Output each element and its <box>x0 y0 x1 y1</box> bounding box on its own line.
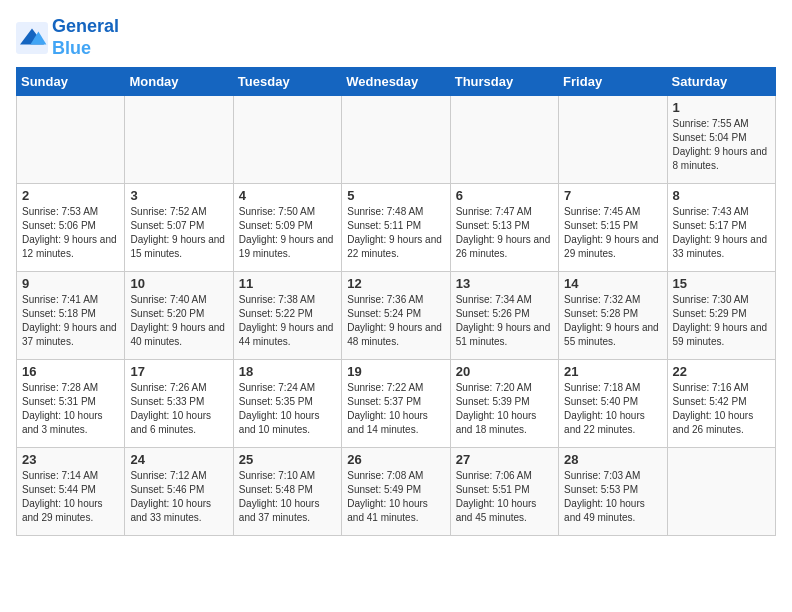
day-info: Sunrise: 7:34 AM Sunset: 5:26 PM Dayligh… <box>456 293 553 349</box>
calendar-header-row: SundayMondayTuesdayWednesdayThursdayFrid… <box>17 68 776 96</box>
day-number: 5 <box>347 188 444 203</box>
day-number: 12 <box>347 276 444 291</box>
day-number: 13 <box>456 276 553 291</box>
calendar-cell: 12Sunrise: 7:36 AM Sunset: 5:24 PM Dayli… <box>342 272 450 360</box>
day-info: Sunrise: 7:48 AM Sunset: 5:11 PM Dayligh… <box>347 205 444 261</box>
day-header-thursday: Thursday <box>450 68 558 96</box>
day-number: 20 <box>456 364 553 379</box>
calendar-cell: 10Sunrise: 7:40 AM Sunset: 5:20 PM Dayli… <box>125 272 233 360</box>
day-header-wednesday: Wednesday <box>342 68 450 96</box>
day-number: 3 <box>130 188 227 203</box>
day-number: 1 <box>673 100 770 115</box>
calendar-cell: 1Sunrise: 7:55 AM Sunset: 5:04 PM Daylig… <box>667 96 775 184</box>
logo-icon <box>16 22 48 54</box>
day-number: 23 <box>22 452 119 467</box>
day-number: 21 <box>564 364 661 379</box>
day-info: Sunrise: 7:38 AM Sunset: 5:22 PM Dayligh… <box>239 293 336 349</box>
day-info: Sunrise: 7:36 AM Sunset: 5:24 PM Dayligh… <box>347 293 444 349</box>
day-number: 22 <box>673 364 770 379</box>
calendar-cell: 16Sunrise: 7:28 AM Sunset: 5:31 PM Dayli… <box>17 360 125 448</box>
calendar-cell: 18Sunrise: 7:24 AM Sunset: 5:35 PM Dayli… <box>233 360 341 448</box>
day-info: Sunrise: 7:20 AM Sunset: 5:39 PM Dayligh… <box>456 381 553 437</box>
week-row-5: 23Sunrise: 7:14 AM Sunset: 5:44 PM Dayli… <box>17 448 776 536</box>
calendar-cell: 26Sunrise: 7:08 AM Sunset: 5:49 PM Dayli… <box>342 448 450 536</box>
day-number: 26 <box>347 452 444 467</box>
day-number: 15 <box>673 276 770 291</box>
calendar-cell <box>125 96 233 184</box>
day-info: Sunrise: 7:12 AM Sunset: 5:46 PM Dayligh… <box>130 469 227 525</box>
week-row-1: 1Sunrise: 7:55 AM Sunset: 5:04 PM Daylig… <box>17 96 776 184</box>
logo-text: GeneralBlue <box>52 16 119 59</box>
calendar-cell <box>233 96 341 184</box>
calendar-cell: 21Sunrise: 7:18 AM Sunset: 5:40 PM Dayli… <box>559 360 667 448</box>
day-number: 17 <box>130 364 227 379</box>
logo: GeneralBlue <box>16 16 119 59</box>
day-info: Sunrise: 7:43 AM Sunset: 5:17 PM Dayligh… <box>673 205 770 261</box>
day-number: 11 <box>239 276 336 291</box>
week-row-3: 9Sunrise: 7:41 AM Sunset: 5:18 PM Daylig… <box>17 272 776 360</box>
calendar-cell: 11Sunrise: 7:38 AM Sunset: 5:22 PM Dayli… <box>233 272 341 360</box>
day-number: 8 <box>673 188 770 203</box>
day-info: Sunrise: 7:52 AM Sunset: 5:07 PM Dayligh… <box>130 205 227 261</box>
day-info: Sunrise: 7:03 AM Sunset: 5:53 PM Dayligh… <box>564 469 661 525</box>
day-info: Sunrise: 7:45 AM Sunset: 5:15 PM Dayligh… <box>564 205 661 261</box>
calendar-cell: 17Sunrise: 7:26 AM Sunset: 5:33 PM Dayli… <box>125 360 233 448</box>
day-number: 14 <box>564 276 661 291</box>
day-number: 25 <box>239 452 336 467</box>
day-info: Sunrise: 7:55 AM Sunset: 5:04 PM Dayligh… <box>673 117 770 173</box>
day-number: 9 <box>22 276 119 291</box>
day-info: Sunrise: 7:08 AM Sunset: 5:49 PM Dayligh… <box>347 469 444 525</box>
calendar-cell: 19Sunrise: 7:22 AM Sunset: 5:37 PM Dayli… <box>342 360 450 448</box>
day-header-monday: Monday <box>125 68 233 96</box>
day-number: 4 <box>239 188 336 203</box>
calendar-cell: 4Sunrise: 7:50 AM Sunset: 5:09 PM Daylig… <box>233 184 341 272</box>
day-number: 6 <box>456 188 553 203</box>
calendar-cell <box>450 96 558 184</box>
day-info: Sunrise: 7:16 AM Sunset: 5:42 PM Dayligh… <box>673 381 770 437</box>
day-info: Sunrise: 7:50 AM Sunset: 5:09 PM Dayligh… <box>239 205 336 261</box>
day-info: Sunrise: 7:53 AM Sunset: 5:06 PM Dayligh… <box>22 205 119 261</box>
calendar-cell <box>559 96 667 184</box>
calendar-cell: 15Sunrise: 7:30 AM Sunset: 5:29 PM Dayli… <box>667 272 775 360</box>
day-header-tuesday: Tuesday <box>233 68 341 96</box>
day-info: Sunrise: 7:41 AM Sunset: 5:18 PM Dayligh… <box>22 293 119 349</box>
calendar-cell: 20Sunrise: 7:20 AM Sunset: 5:39 PM Dayli… <box>450 360 558 448</box>
day-info: Sunrise: 7:24 AM Sunset: 5:35 PM Dayligh… <box>239 381 336 437</box>
day-header-friday: Friday <box>559 68 667 96</box>
calendar-cell: 6Sunrise: 7:47 AM Sunset: 5:13 PM Daylig… <box>450 184 558 272</box>
calendar-cell: 23Sunrise: 7:14 AM Sunset: 5:44 PM Dayli… <box>17 448 125 536</box>
day-info: Sunrise: 7:47 AM Sunset: 5:13 PM Dayligh… <box>456 205 553 261</box>
day-number: 27 <box>456 452 553 467</box>
calendar-cell: 7Sunrise: 7:45 AM Sunset: 5:15 PM Daylig… <box>559 184 667 272</box>
week-row-4: 16Sunrise: 7:28 AM Sunset: 5:31 PM Dayli… <box>17 360 776 448</box>
calendar-cell: 13Sunrise: 7:34 AM Sunset: 5:26 PM Dayli… <box>450 272 558 360</box>
day-number: 24 <box>130 452 227 467</box>
calendar-cell <box>342 96 450 184</box>
calendar-cell: 3Sunrise: 7:52 AM Sunset: 5:07 PM Daylig… <box>125 184 233 272</box>
calendar-table: SundayMondayTuesdayWednesdayThursdayFrid… <box>16 67 776 536</box>
week-row-2: 2Sunrise: 7:53 AM Sunset: 5:06 PM Daylig… <box>17 184 776 272</box>
day-info: Sunrise: 7:32 AM Sunset: 5:28 PM Dayligh… <box>564 293 661 349</box>
day-info: Sunrise: 7:14 AM Sunset: 5:44 PM Dayligh… <box>22 469 119 525</box>
calendar-cell: 25Sunrise: 7:10 AM Sunset: 5:48 PM Dayli… <box>233 448 341 536</box>
calendar-cell: 24Sunrise: 7:12 AM Sunset: 5:46 PM Dayli… <box>125 448 233 536</box>
calendar-cell <box>667 448 775 536</box>
day-header-sunday: Sunday <box>17 68 125 96</box>
day-info: Sunrise: 7:06 AM Sunset: 5:51 PM Dayligh… <box>456 469 553 525</box>
day-info: Sunrise: 7:22 AM Sunset: 5:37 PM Dayligh… <box>347 381 444 437</box>
day-info: Sunrise: 7:10 AM Sunset: 5:48 PM Dayligh… <box>239 469 336 525</box>
day-number: 18 <box>239 364 336 379</box>
calendar-cell: 2Sunrise: 7:53 AM Sunset: 5:06 PM Daylig… <box>17 184 125 272</box>
day-number: 2 <box>22 188 119 203</box>
calendar-cell: 5Sunrise: 7:48 AM Sunset: 5:11 PM Daylig… <box>342 184 450 272</box>
day-info: Sunrise: 7:18 AM Sunset: 5:40 PM Dayligh… <box>564 381 661 437</box>
day-info: Sunrise: 7:28 AM Sunset: 5:31 PM Dayligh… <box>22 381 119 437</box>
calendar-cell: 27Sunrise: 7:06 AM Sunset: 5:51 PM Dayli… <box>450 448 558 536</box>
calendar-cell: 9Sunrise: 7:41 AM Sunset: 5:18 PM Daylig… <box>17 272 125 360</box>
day-number: 19 <box>347 364 444 379</box>
calendar-cell <box>17 96 125 184</box>
calendar-cell: 22Sunrise: 7:16 AM Sunset: 5:42 PM Dayli… <box>667 360 775 448</box>
day-header-saturday: Saturday <box>667 68 775 96</box>
calendar-cell: 28Sunrise: 7:03 AM Sunset: 5:53 PM Dayli… <box>559 448 667 536</box>
day-info: Sunrise: 7:40 AM Sunset: 5:20 PM Dayligh… <box>130 293 227 349</box>
